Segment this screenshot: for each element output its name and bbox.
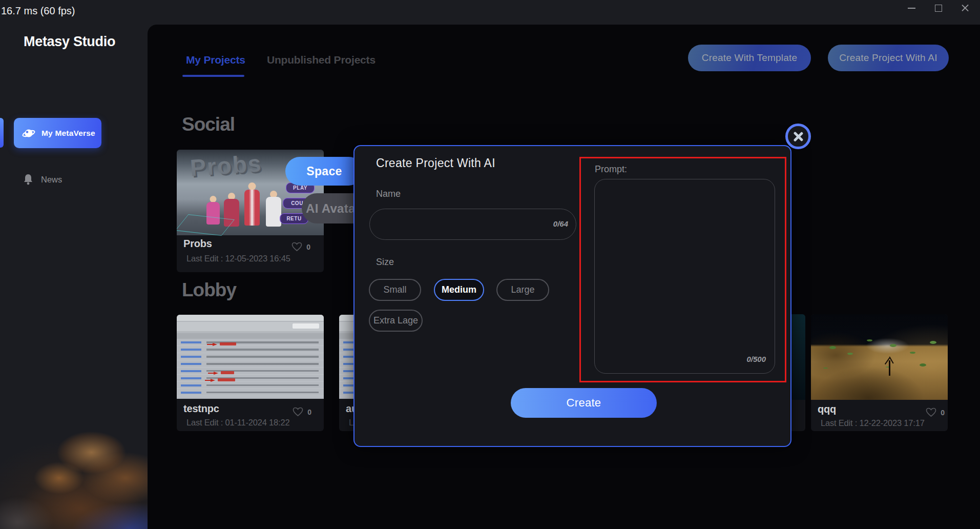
section-title-social: Social: [182, 114, 235, 135]
tree-detail: [889, 360, 890, 376]
qqq-thumbnail: [811, 314, 948, 400]
create-project-with-ai-button[interactable]: Create Project With AI: [828, 45, 949, 71]
close-icon[interactable]: [960, 3, 971, 14]
heart-icon: [291, 242, 302, 252]
name-field-wrap: 0/64: [369, 209, 576, 240]
size-option-small[interactable]: Small: [369, 279, 421, 301]
last-edit: Last Edit : 12-22-2023 17:17: [821, 418, 925, 428]
last-edit: Last Edit : 01-11-2024 18:22: [186, 418, 289, 428]
project-card-qqq[interactable]: qqq 0 Last Edit : 12-22-2023 17:17: [811, 314, 948, 431]
prompt-label: Prompt:: [595, 164, 627, 175]
heart-icon: [293, 407, 303, 417]
probs-thumbnail-title: Probs: [189, 150, 263, 182]
planet-icon: [22, 127, 35, 140]
sidebar-item-my-metaverse[interactable]: My MetaVerse: [14, 118, 101, 148]
red-arrow-annotation: [213, 343, 217, 346]
sidebar-item-label: News: [41, 175, 62, 185]
performance-readout: 16.7 ms (60 fps): [1, 5, 75, 17]
modal-close-button[interactable]: [785, 124, 811, 149]
red-arrow-annotation: [211, 379, 215, 382]
create-with-template-button[interactable]: Create With Template: [688, 45, 811, 71]
character-figure: [266, 191, 281, 227]
size-option-extra-large[interactable]: Extra Lage: [369, 310, 423, 332]
heart-icon: [926, 408, 936, 417]
tab-active-underline: [182, 75, 244, 77]
sidebar-item-label: My MetaVerse: [41, 129, 95, 138]
thumbnail-search-box: [293, 323, 319, 329]
prompt-field-wrap: 0/500: [594, 179, 775, 374]
project-card-testnpc[interactable]: testnpc 0 Last Edit : 01-11-2024 18:22: [177, 315, 324, 431]
project-name: qqq: [818, 403, 836, 415]
likes-count: 0: [941, 409, 945, 417]
sidebar-item-news[interactable]: News: [23, 171, 62, 188]
section-title-lobby: Lobby: [182, 279, 236, 301]
likes[interactable]: 0: [293, 407, 311, 417]
name-input[interactable]: [369, 209, 576, 240]
prompt-textarea[interactable]: [594, 179, 775, 374]
likes-count: 0: [307, 408, 311, 416]
red-text-annotation: [221, 371, 234, 374]
likes-count: 0: [306, 243, 310, 251]
window-controls: [906, 3, 971, 14]
character-figure: [244, 182, 260, 226]
maximize-icon[interactable]: [933, 3, 944, 14]
sidebar-background-art: [0, 359, 148, 529]
app-title: Metasy Studio: [24, 34, 115, 50]
testnpc-thumbnail: [177, 315, 324, 399]
space-button[interactable]: Space: [285, 157, 363, 186]
create-project-modal: Create Project With AI Name 0/64 Size Sm…: [353, 145, 791, 447]
active-item-indicator: [0, 118, 4, 148]
app-window: 16.7 ms (60 fps) Metasy Studio My MetaVe…: [0, 0, 980, 529]
project-name: testnpc: [183, 403, 219, 415]
thumbnail-table-rows: [206, 341, 319, 397]
likes[interactable]: 0: [291, 242, 310, 252]
tab-my-projects[interactable]: My Projects: [186, 54, 245, 66]
size-option-medium[interactable]: Medium: [434, 279, 484, 301]
tab-unpublished-projects[interactable]: Unpublished Projects: [267, 54, 376, 66]
project-name: Probs: [183, 238, 212, 250]
minimize-icon[interactable]: [906, 3, 918, 14]
red-text-annotation: [220, 342, 236, 345]
name-counter: 0/64: [553, 219, 568, 228]
modal-title: Create Project With AI: [376, 156, 495, 170]
size-option-large[interactable]: Large: [496, 279, 549, 301]
prompt-counter: 0/500: [746, 355, 766, 363]
red-arrow-annotation: [214, 372, 218, 375]
thumbnail-link-column: [181, 341, 201, 397]
bell-icon: [23, 173, 34, 186]
create-button[interactable]: Create: [511, 388, 657, 418]
name-label: Name: [376, 189, 401, 199]
size-label: Size: [376, 257, 394, 268]
vegetation-detail: [829, 346, 836, 349]
red-text-annotation: [218, 378, 235, 381]
likes[interactable]: 0: [926, 408, 945, 417]
last-edit: Last Edit : 12-05-2023 16:45: [186, 254, 290, 263]
